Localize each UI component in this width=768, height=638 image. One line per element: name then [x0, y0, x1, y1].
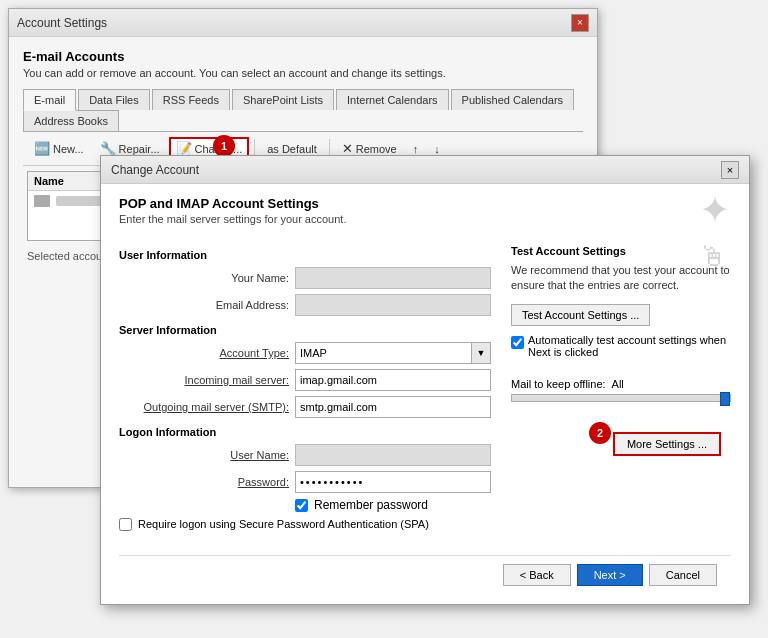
- test-settings-title: Test Account Settings: [511, 245, 731, 257]
- auto-test-row: Automatically test account settings when…: [511, 334, 731, 358]
- back-button[interactable]: < Back: [503, 564, 571, 586]
- remember-password-label: Remember password: [314, 498, 428, 512]
- email-address-label: Email Address:: [119, 299, 289, 311]
- tab-address-books[interactable]: Address Books: [23, 110, 119, 131]
- dialog-close-button[interactable]: ×: [721, 161, 739, 179]
- dialog-titlebar: Change Account ×: [101, 156, 749, 184]
- next-button[interactable]: Next >: [577, 564, 643, 586]
- dialog-left-panel: User Information Your Name: Email Addres…: [119, 245, 491, 555]
- cancel-button[interactable]: Cancel: [649, 564, 717, 586]
- your-name-row: Your Name:: [119, 267, 491, 289]
- your-name-input[interactable]: [295, 267, 491, 289]
- outgoing-server-input[interactable]: [295, 396, 491, 418]
- mail-offline-label: Mail to keep offline:: [511, 378, 606, 390]
- email-address-input[interactable]: [295, 294, 491, 316]
- incoming-server-input[interactable]: [295, 369, 491, 391]
- account-icon: [34, 195, 50, 207]
- incoming-server-row: Incoming mail server:: [119, 369, 491, 391]
- account-tabs: E-mail Data Files RSS Feeds SharePoint L…: [23, 89, 583, 132]
- wizard-icon: ✦🖱: [699, 188, 731, 275]
- more-settings-badge: 2: [589, 422, 611, 444]
- dialog-section-title: POP and IMAP Account Settings: [119, 196, 731, 211]
- logon-info-label: Logon Information: [119, 426, 491, 438]
- tab-rss-feeds[interactable]: RSS Feeds: [152, 89, 230, 110]
- test-settings-desc: We recommend that you test your account …: [511, 263, 731, 294]
- slider-thumb: [720, 392, 730, 406]
- email-accounts-title: E-mail Accounts: [23, 49, 583, 64]
- account-settings-title: Account Settings: [17, 16, 107, 30]
- dialog-title: Change Account: [111, 163, 199, 177]
- outgoing-server-label: Outgoing mail server (SMTP):: [119, 401, 289, 413]
- tab-internet-calendars[interactable]: Internet Calendars: [336, 89, 449, 110]
- tab-published-calendars[interactable]: Published Calendars: [451, 89, 575, 110]
- account-type-input[interactable]: [295, 342, 471, 364]
- account-type-dropdown[interactable]: ▼: [295, 342, 491, 364]
- new-icon: 🆕: [34, 141, 50, 156]
- account-type-label: Account Type:: [119, 347, 289, 359]
- password-row: Password:: [119, 471, 491, 493]
- tab-email[interactable]: E-mail: [23, 89, 76, 111]
- more-settings-button[interactable]: More Settings ...: [613, 432, 721, 456]
- require-logon-label: Require logon using Secure Password Auth…: [138, 518, 429, 530]
- email-address-row: Email Address:: [119, 294, 491, 316]
- test-account-settings-button[interactable]: Test Account Settings ...: [511, 304, 650, 326]
- username-row: User Name:: [119, 444, 491, 466]
- password-input[interactable]: [295, 471, 491, 493]
- dialog-section-desc: Enter the mail server settings for your …: [119, 213, 731, 225]
- remember-password-checkbox[interactable]: [295, 499, 308, 512]
- outgoing-server-row: Outgoing mail server (SMTP):: [119, 396, 491, 418]
- repair-icon: 🔧: [100, 141, 116, 156]
- dialog-footer: < Back Next > Cancel: [119, 555, 731, 594]
- mail-offline-slider[interactable]: [511, 394, 731, 402]
- auto-test-checkbox[interactable]: [511, 336, 524, 349]
- mail-offline-row: Mail to keep offline: All: [511, 378, 731, 390]
- your-name-label: Your Name:: [119, 272, 289, 284]
- dropdown-arrow[interactable]: ▼: [471, 342, 491, 364]
- auto-test-label: Automatically test account settings when…: [528, 334, 731, 358]
- dialog-right-panel: Test Account Settings We recommend that …: [511, 245, 731, 555]
- change-icon: 📝: [176, 141, 192, 156]
- account-settings-close-btn[interactable]: ×: [571, 14, 589, 32]
- remove-icon: ✕: [342, 141, 353, 156]
- user-info-label: User Information: [119, 249, 491, 261]
- server-info-label: Server Information: [119, 324, 491, 336]
- account-type-row: Account Type: ▼: [119, 342, 491, 364]
- more-settings-container: More Settings ... 2: [511, 432, 731, 456]
- tab-data-files[interactable]: Data Files: [78, 89, 150, 110]
- change-button-badge: 1: [213, 135, 235, 157]
- require-logon-row: Require logon using Secure Password Auth…: [119, 518, 491, 531]
- account-settings-titlebar: Account Settings ×: [9, 9, 597, 37]
- require-logon-checkbox[interactable]: [119, 518, 132, 531]
- new-account-button[interactable]: 🆕 New...: [27, 137, 91, 160]
- username-input[interactable]: [295, 444, 491, 466]
- tab-sharepoint[interactable]: SharePoint Lists: [232, 89, 334, 110]
- remember-password-row: Remember password: [295, 498, 491, 512]
- change-account-dialog: Change Account × POP and IMAP Account Se…: [100, 155, 750, 605]
- password-label: Password:: [119, 476, 289, 488]
- email-accounts-desc: You can add or remove an account. You ca…: [23, 67, 583, 79]
- username-label: User Name:: [119, 449, 289, 461]
- incoming-server-label: Incoming mail server:: [119, 374, 289, 386]
- mail-offline-value: All: [612, 378, 624, 390]
